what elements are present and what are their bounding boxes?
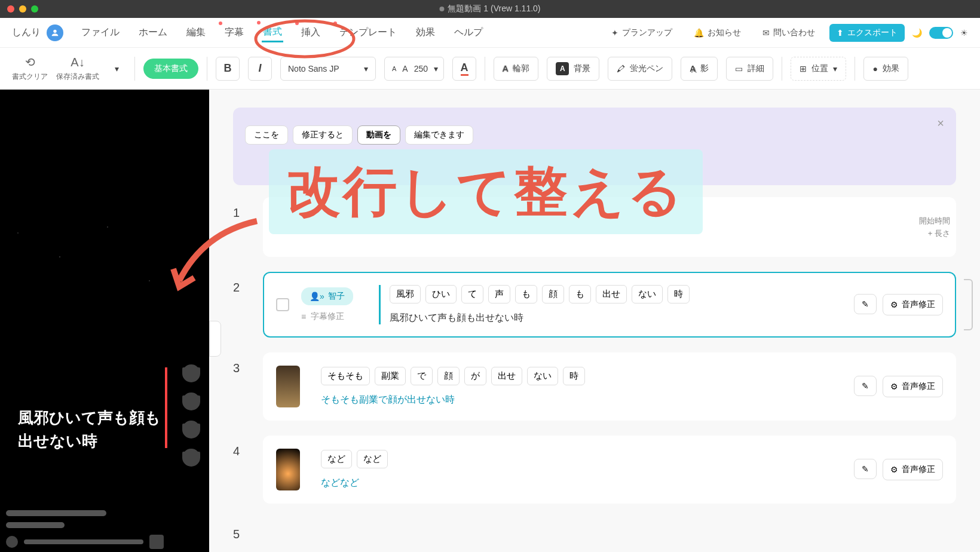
close-window[interactable]: [7, 5, 14, 13]
clip-thumbnail: [276, 366, 300, 407]
annotation-text: 改行して整える: [269, 149, 703, 234]
size-dropdown[interactable]: AA 250▾: [384, 57, 444, 81]
video-preview[interactable]: 風邪ひいて声も顔も出せない時 ▶ 00:03 / 00:48 1x ⊡ ⊞ ▭ …: [0, 90, 209, 552]
clear-format-button[interactable]: ⟲書式クリア: [12, 55, 48, 82]
word-tokens[interactable]: 風邪 ひい て 声 も 顔 も 出せ ない 時: [390, 285, 842, 303]
edit-button[interactable]: ✎: [854, 376, 877, 396]
menu-home[interactable]: ホーム: [137, 24, 169, 41]
time-header: 開始時間+ 長さ: [919, 215, 950, 240]
export-button[interactable]: ⬆ エクスポート: [829, 24, 905, 42]
contact-button[interactable]: ✉ 問い合わせ: [755, 24, 822, 42]
edit-button[interactable]: ✎: [854, 294, 877, 314]
maximize-window[interactable]: [31, 5, 38, 13]
chip[interactable]: ここを: [245, 125, 288, 145]
menu-effect[interactable]: 効果: [415, 24, 436, 41]
clip-row[interactable]: 2 👤»智子 ≡ 字幕修正 風邪 ひい て 声 も 顔 も: [233, 272, 956, 338]
clip-row[interactable]: 4 など など などなど ✎ ⚙ 音声修正 00:08+ 0.82秒: [233, 436, 956, 504]
annotation-arrow: [167, 215, 269, 299]
clip-row[interactable]: 3 そもそも 副業 で 顔 が 出せ ない 時 そもそも副業で顔が出せない時: [233, 352, 956, 421]
window-title: 無題動画 1 (Vrew 1.11.0): [448, 4, 540, 14]
chip[interactable]: 修正すると: [293, 125, 353, 145]
user-section[interactable]: しんり: [12, 24, 63, 41]
effect-button[interactable]: ●効果: [863, 57, 908, 81]
dark-mode-toggle[interactable]: [929, 27, 953, 39]
saved-format-dropdown[interactable]: ▾: [108, 57, 126, 81]
window-controls[interactable]: [7, 5, 38, 13]
minimize-window[interactable]: [19, 5, 26, 13]
menu-help[interactable]: ヘルプ: [453, 24, 484, 41]
audio-fix-button[interactable]: ⚙ 音声修正: [883, 376, 943, 397]
chip[interactable]: 編集できます: [405, 125, 473, 145]
clip-number: 5: [233, 519, 245, 541]
moon-icon: 🌙: [912, 28, 922, 38]
audio-fix-button[interactable]: ⚙ 音声修正: [883, 294, 943, 315]
subtitle-text[interactable]: 風邪ひいて声も顔も出せない時: [390, 312, 842, 324]
plan-up-button[interactable]: ✦ プランアップ: [604, 24, 679, 42]
svg-point-0: [53, 29, 56, 32]
clip-row[interactable]: 5: [233, 519, 956, 541]
unsaved-dot: [439, 7, 444, 11]
italic-button[interactable]: I: [248, 57, 272, 81]
clip-checkbox[interactable]: [276, 298, 289, 311]
menubar: しんり ファイル ホーム 編集 字幕 書式 挿入 テンプレート 効果 ヘルプ ✦…: [0, 18, 980, 48]
notice-button[interactable]: 🔔 お知らせ: [687, 24, 748, 42]
menu-file[interactable]: ファイル: [80, 24, 121, 41]
format-toolbar: ⟲書式クリア A↓保存済み書式 ▾ 基本書式 B I Noto Sans JP▾…: [0, 48, 980, 90]
font-dropdown[interactable]: Noto Sans JP▾: [280, 57, 376, 81]
font-color-button[interactable]: A: [452, 57, 476, 81]
user-name: しんり: [12, 26, 41, 39]
cursor-line: [165, 367, 167, 448]
detail-button[interactable]: ▭詳細: [726, 57, 773, 81]
menu-subtitle[interactable]: 字幕: [223, 24, 245, 41]
subtitle-text[interactable]: そもそも副業で顔が出せない時: [321, 394, 842, 406]
shadow-button[interactable]: A影: [681, 57, 718, 81]
basic-format-pill[interactable]: 基本書式: [143, 59, 198, 79]
speaker-tag[interactable]: 👤»智子: [301, 287, 353, 305]
close-icon[interactable]: ×: [937, 116, 944, 130]
avatar[interactable]: [47, 24, 63, 41]
clip-number: 4: [233, 436, 245, 458]
highlight-button[interactable]: 🖍蛍光ペン: [608, 57, 672, 81]
titlebar: 無題動画 1 (Vrew 1.11.0): [0, 0, 980, 18]
sun-icon: ☀: [960, 28, 968, 38]
bold-button[interactable]: B: [216, 57, 240, 81]
saved-format-button[interactable]: A↓保存済み書式: [56, 56, 99, 82]
audio-fix-button[interactable]: ⚙ 音声修正: [883, 459, 943, 480]
menu-edit[interactable]: 編集: [185, 24, 207, 41]
background-button[interactable]: A背景: [547, 57, 599, 81]
svg-point-1: [256, 21, 354, 57]
clip-number: 3: [233, 352, 245, 375]
chip[interactable]: 動画を: [357, 125, 400, 145]
expand-preview-button[interactable]: ›: [209, 321, 221, 357]
outline-button[interactable]: A輪郭: [494, 57, 538, 81]
annotation-circle: [251, 18, 359, 60]
preview-subtitle: 風邪ひいて声も顔も出せない時: [18, 406, 167, 453]
subtitle-edit-label[interactable]: ≡ 字幕修正: [301, 311, 367, 322]
position-button[interactable]: ⊞位置 ▾: [791, 57, 846, 81]
clip-thumbnail: [276, 449, 300, 490]
subtitle-text[interactable]: などなど: [321, 477, 842, 489]
edit-button[interactable]: ✎: [854, 459, 877, 479]
